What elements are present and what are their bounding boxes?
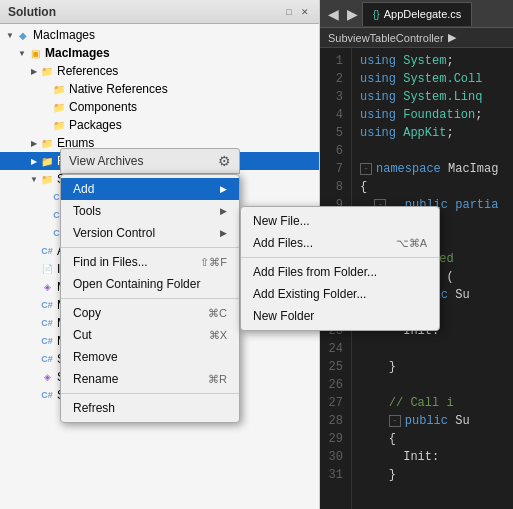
active-editor-tab[interactable]: {} AppDelegate.cs bbox=[362, 2, 472, 26]
breadcrumb-bar: SubviewTableController ▶ bbox=[320, 28, 513, 48]
menu-item-rename[interactable]: Rename ⌘R bbox=[61, 368, 239, 390]
code-line bbox=[360, 376, 505, 394]
folder-icon: 📁 bbox=[52, 118, 66, 132]
submenu-arrow: ▶ bbox=[220, 206, 227, 216]
add-submenu: New File... Add Files... ⌥⌘A Add Files f… bbox=[240, 206, 440, 331]
cs-icon: C# bbox=[40, 388, 54, 402]
solution-explorer: Solution □ ✕ ◆ MacImages ▣ MacImages 📁 R… bbox=[0, 0, 320, 509]
code-line: { bbox=[360, 430, 505, 448]
menu-item-refresh[interactable]: Refresh bbox=[61, 397, 239, 419]
tree-item-components[interactable]: 📁 Components bbox=[0, 98, 319, 116]
find-in-files-label: Find in Files... bbox=[73, 255, 180, 269]
code-line: // Call i bbox=[360, 394, 505, 412]
plist-icon: 📄 bbox=[40, 262, 54, 276]
solution-icon: ◆ bbox=[16, 28, 30, 42]
code-line: - namespace MacImag bbox=[360, 160, 505, 178]
cut-label: Cut bbox=[73, 328, 189, 342]
project-label: MacImages bbox=[45, 46, 110, 60]
submenu-arrow: ▶ bbox=[220, 184, 227, 194]
cs-icon: C# bbox=[40, 334, 54, 348]
code-line: using Foundation; bbox=[360, 106, 505, 124]
copy-label: Copy bbox=[73, 306, 188, 320]
tree-item-packages[interactable]: 📁 Packages bbox=[0, 116, 319, 134]
code-line: { bbox=[360, 178, 505, 196]
code-line: using System; bbox=[360, 52, 505, 70]
minimize-button[interactable]: □ bbox=[283, 6, 295, 18]
code-line: Init: bbox=[360, 448, 505, 466]
code-line: - public Su bbox=[360, 412, 505, 430]
folder-icon: 📁 bbox=[52, 100, 66, 114]
add-files-shortcut: ⌥⌘A bbox=[396, 237, 427, 250]
panel-header: Solution □ ✕ bbox=[0, 0, 319, 24]
folder-icon: 📁 bbox=[40, 154, 54, 168]
menu-separator-2 bbox=[61, 298, 239, 299]
breadcrumb-controller[interactable]: SubviewTableController bbox=[328, 32, 444, 44]
context-menu-overlay: View Archives ⚙ Add ▶ Tools ▶ Version Co… bbox=[60, 148, 240, 423]
new-file-label: New File... bbox=[253, 214, 427, 228]
submenu-item-new-file[interactable]: New File... bbox=[241, 210, 439, 232]
panel-title: Solution bbox=[8, 5, 56, 19]
menu-item-copy[interactable]: Copy ⌘C bbox=[61, 302, 239, 324]
nav-forward-button[interactable]: ▶ bbox=[343, 6, 362, 22]
cs-icon: C# bbox=[40, 352, 54, 366]
add-existing-folder-label: Add Existing Folder... bbox=[253, 287, 427, 301]
packages-label: Packages bbox=[69, 118, 122, 132]
menu-item-add[interactable]: Add ▶ bbox=[61, 178, 239, 200]
code-line bbox=[360, 142, 505, 160]
tab-title: AppDelegate.cs bbox=[384, 8, 462, 20]
context-menu: Add ▶ Tools ▶ Version Control ▶ Find in … bbox=[60, 174, 240, 423]
folder-icon: 📁 bbox=[52, 82, 66, 96]
add-label: Add bbox=[73, 182, 220, 196]
folder-icon: 📁 bbox=[40, 136, 54, 150]
tree-item-native-refs[interactable]: 📁 Native References bbox=[0, 80, 319, 98]
expand-arrow bbox=[4, 29, 16, 41]
find-in-files-shortcut: ⇧⌘F bbox=[200, 256, 227, 269]
expand-arrow bbox=[28, 173, 40, 185]
cs-icon: C# bbox=[40, 316, 54, 330]
menu-item-version-control[interactable]: Version Control ▶ bbox=[61, 222, 239, 244]
code-line: using System.Linq bbox=[360, 88, 505, 106]
nav-back-button[interactable]: ◀ bbox=[324, 6, 343, 22]
remove-label: Remove bbox=[73, 350, 227, 364]
submenu-separator bbox=[241, 257, 439, 258]
components-label: Components bbox=[69, 100, 137, 114]
submenu-item-add-existing-folder[interactable]: Add Existing Folder... bbox=[241, 283, 439, 305]
editor-tabs: ◀ ▶ {} AppDelegate.cs bbox=[320, 0, 513, 28]
menu-separator-1 bbox=[61, 247, 239, 248]
code-line: using System.Coll bbox=[360, 70, 505, 88]
menu-item-cut[interactable]: Cut ⌘X bbox=[61, 324, 239, 346]
cut-shortcut: ⌘X bbox=[209, 329, 227, 342]
fold-button[interactable]: - bbox=[360, 163, 372, 175]
submenu-item-add-files[interactable]: Add Files... ⌥⌘A bbox=[241, 232, 439, 254]
add-files-label: Add Files... bbox=[253, 236, 396, 250]
menu-item-tools[interactable]: Tools ▶ bbox=[61, 200, 239, 222]
solution-label: MacImages bbox=[33, 28, 95, 42]
submenu-item-add-files-folder[interactable]: Add Files from Folder... bbox=[241, 261, 439, 283]
submenu-arrow: ▶ bbox=[220, 228, 227, 238]
submenu-item-new-folder[interactable]: New Folder bbox=[241, 305, 439, 327]
code-line: } bbox=[360, 466, 505, 484]
tree-item-project[interactable]: ▣ MacImages bbox=[0, 44, 319, 62]
open-folder-label: Open Containing Folder bbox=[73, 277, 227, 291]
tree-item-solution[interactable]: ◆ MacImages bbox=[0, 26, 319, 44]
fold-button[interactable]: - bbox=[389, 415, 401, 427]
close-button[interactable]: ✕ bbox=[299, 6, 311, 18]
view-archives-label[interactable]: View Archives bbox=[69, 154, 143, 168]
code-line: using AppKit; bbox=[360, 124, 505, 142]
code-line bbox=[360, 340, 505, 358]
copy-shortcut: ⌘C bbox=[208, 307, 227, 320]
add-files-folder-label: Add Files from Folder... bbox=[253, 265, 427, 279]
menu-item-remove[interactable]: Remove bbox=[61, 346, 239, 368]
folder-icon: 📁 bbox=[40, 64, 54, 78]
rename-label: Rename bbox=[73, 372, 188, 386]
tab-cs-icon: {} bbox=[373, 9, 380, 20]
menu-item-open-folder[interactable]: Open Containing Folder bbox=[61, 273, 239, 295]
menu-item-find-in-files[interactable]: Find in Files... ⇧⌘F bbox=[61, 251, 239, 273]
breadcrumb-separator: ▶ bbox=[448, 31, 456, 44]
new-folder-label: New Folder bbox=[253, 309, 427, 323]
cs-icon: C# bbox=[40, 298, 54, 312]
gear-icon[interactable]: ⚙ bbox=[218, 153, 231, 169]
project-icon: ▣ bbox=[28, 46, 42, 60]
refresh-label: Refresh bbox=[73, 401, 227, 415]
tree-item-references[interactable]: 📁 References bbox=[0, 62, 319, 80]
